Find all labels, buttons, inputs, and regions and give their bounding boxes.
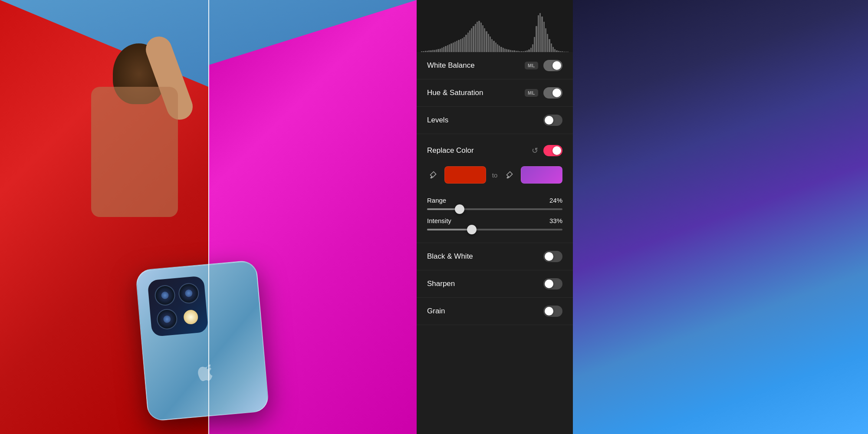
histogram-bar: [467, 33, 469, 52]
grain-row: Grain: [417, 298, 573, 325]
histogram-bar: [513, 50, 515, 52]
histogram-bar: [430, 50, 431, 52]
range-slider-row: Range 24%: [427, 197, 562, 210]
apple-logo: [196, 363, 214, 381]
iphone-device: [135, 260, 269, 421]
controls-list[interactable]: White Balance ML Hue & Saturation ML Lev…: [417, 52, 573, 434]
camera-lens-2: [178, 282, 200, 304]
histogram-bar: [556, 50, 557, 52]
histogram-bar: [521, 51, 522, 52]
histogram-bar: [469, 30, 470, 52]
black-white-toggle[interactable]: [543, 251, 562, 262]
camera-lens-3: [156, 308, 178, 330]
color-picker-row: to: [417, 161, 573, 191]
levels-toggle[interactable]: [543, 115, 562, 126]
replace-color-section: Replace Color ↺ to: [417, 134, 573, 243]
levels-row: Levels: [417, 107, 573, 134]
histogram-bar: [528, 49, 529, 52]
histogram-bar: [512, 50, 513, 52]
range-slider-track[interactable]: [427, 208, 562, 210]
histogram-bar: [473, 26, 474, 52]
histogram-bar: [499, 46, 500, 52]
eyedropper-to-button[interactable]: [503, 168, 516, 181]
levels-label: Levels: [427, 116, 543, 125]
white-balance-toggle[interactable]: [543, 60, 562, 71]
histogram-bars: [417, 9, 573, 52]
histogram-bar: [427, 51, 428, 52]
histogram-bar: [551, 43, 552, 52]
intensity-label: Intensity: [427, 217, 451, 224]
histogram-bar: [530, 48, 532, 52]
histogram-bar: [443, 47, 444, 52]
histogram-bar: [478, 21, 480, 52]
histogram-bar: [504, 49, 506, 52]
histogram-bar: [482, 25, 483, 52]
white-balance-row: White Balance ML: [417, 52, 573, 79]
right-panel: White Balance ML Hue & Saturation ML Lev…: [417, 0, 573, 434]
histogram-bar: [503, 48, 504, 52]
far-right-gradient: [573, 0, 868, 434]
grain-label: Grain: [427, 307, 543, 316]
histogram-bar: [554, 49, 556, 52]
histogram-bar: [447, 45, 448, 52]
from-color-swatch[interactable]: [444, 166, 486, 184]
hue-saturation-toggle[interactable]: [543, 87, 562, 99]
histogram-bar: [458, 40, 459, 52]
histogram-bar: [471, 28, 472, 52]
black-white-label: Black & White: [427, 252, 543, 261]
hue-saturation-ml-badge: ML: [525, 89, 538, 97]
histogram-bar: [454, 42, 456, 52]
reset-icon[interactable]: ↺: [532, 146, 538, 155]
histogram-bar: [432, 50, 434, 52]
histogram-bar: [486, 31, 487, 52]
histogram-bar: [508, 49, 509, 52]
histogram-bar: [423, 51, 424, 52]
histogram-bar: [425, 51, 426, 52]
histogram-bar: [436, 49, 437, 52]
hue-saturation-label: Hue & Saturation: [427, 89, 525, 97]
histogram-bar: [552, 47, 554, 52]
eyedropper-from-button[interactable]: [427, 168, 440, 181]
histogram-bar: [539, 13, 541, 52]
histogram: [417, 0, 573, 52]
grain-toggle[interactable]: [543, 306, 562, 317]
to-label: to: [490, 171, 500, 179]
hue-saturation-row: Hue & Saturation ML: [417, 79, 573, 107]
histogram-bar: [453, 43, 454, 52]
histogram-bar: [567, 52, 569, 52]
histogram-bar: [464, 37, 465, 52]
histogram-bar: [440, 49, 441, 52]
histogram-bar: [480, 23, 482, 52]
histogram-bar: [543, 22, 545, 52]
histogram-bar: [545, 28, 546, 52]
intensity-slider-track[interactable]: [427, 229, 562, 230]
replace-color-label: Replace Color: [427, 146, 532, 155]
histogram-bar: [526, 50, 528, 52]
histogram-bar: [523, 51, 524, 52]
range-label: Range: [427, 197, 446, 204]
sliders-section: Range 24% Intensity 33%: [417, 191, 573, 243]
histogram-bar: [421, 51, 422, 52]
histogram-bar: [450, 43, 452, 52]
histogram-bar: [475, 24, 476, 52]
histogram-bar: [525, 51, 526, 52]
replace-color-row: Replace Color ↺: [417, 134, 573, 161]
histogram-bar: [558, 51, 559, 52]
histogram-bar: [465, 35, 467, 52]
black-white-row: Black & White: [417, 243, 573, 270]
histogram-bar: [460, 39, 461, 52]
histogram-bar: [497, 44, 498, 52]
intensity-slider-row: Intensity 33%: [427, 217, 562, 230]
sharpen-toggle[interactable]: [543, 278, 562, 289]
histogram-bar: [563, 52, 565, 52]
to-color-swatch[interactable]: [521, 166, 562, 184]
histogram-bar: [562, 51, 563, 52]
histogram-bar: [517, 51, 519, 52]
histogram-bar: [547, 34, 548, 52]
histogram-bar: [434, 50, 435, 52]
histogram-bar: [506, 49, 507, 52]
camera-module: [147, 276, 208, 337]
replace-color-toggle[interactable]: [543, 145, 562, 156]
camera-flash: [183, 309, 199, 325]
histogram-bar: [437, 49, 439, 52]
